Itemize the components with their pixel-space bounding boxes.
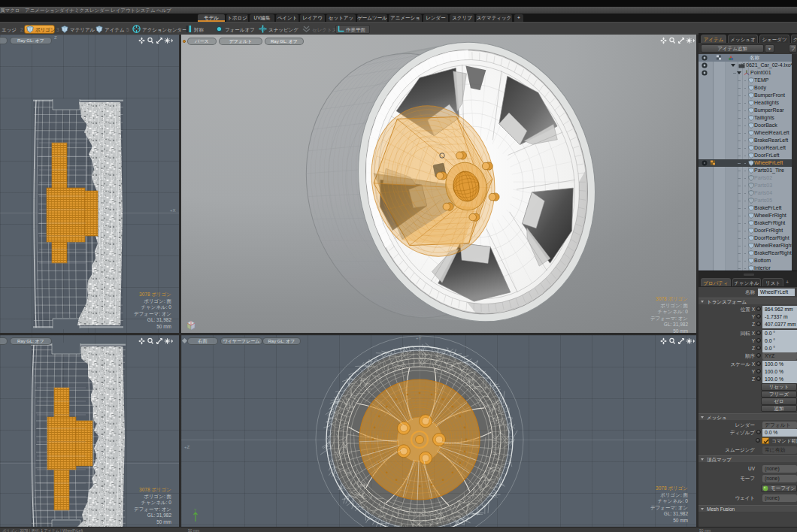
svg-text:Y: Y	[194, 508, 197, 512]
